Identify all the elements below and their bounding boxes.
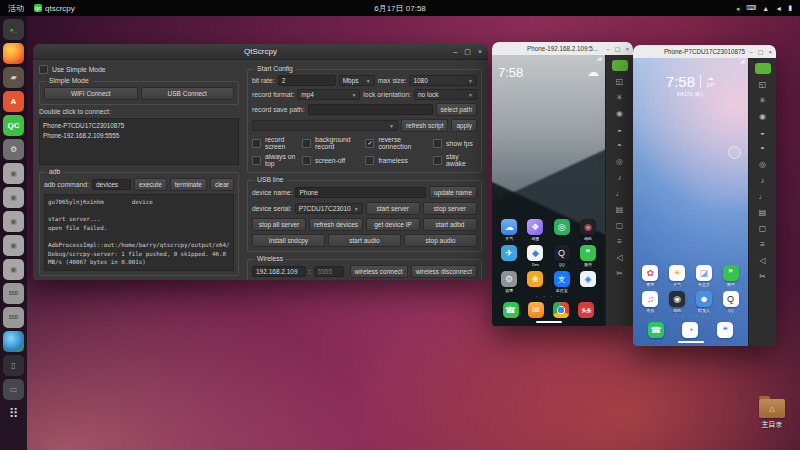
cb-background-record[interactable]: background record <box>302 136 361 150</box>
close-button[interactable]: × <box>768 49 772 55</box>
app-wechat2[interactable]: ❞ <box>723 265 739 281</box>
app-qq2[interactable]: Q <box>723 291 739 307</box>
wireless-connect-button[interactable]: wireless connect <box>350 265 408 278</box>
wireless-port-input[interactable] <box>314 266 344 277</box>
minimize-button[interactable]: – <box>453 48 457 55</box>
app-gallery[interactable]: ❖ <box>527 219 543 235</box>
back-icon[interactable]: ◁ <box>612 252 628 263</box>
window-titlebar[interactable]: QtScrcpy – ▢ × <box>33 44 488 60</box>
select-path-button[interactable]: select path <box>436 103 477 116</box>
notification-icon[interactable]: ✳ <box>755 95 771 106</box>
app-settings[interactable]: ⚙ <box>501 271 517 287</box>
fullscreen-icon[interactable]: ◱ <box>755 79 771 90</box>
start-server-button[interactable]: start server <box>366 202 420 215</box>
phone1-titlebar[interactable]: Phone-192.168.2.109:5... – ▢ × <box>492 42 633 55</box>
volume-up-icon[interactable]: ♪ <box>755 175 771 186</box>
dock-drive-5[interactable]: ◉ <box>3 259 24 280</box>
device-list[interactable]: Phone-P7CDU17C23010875Phone-192.168.2.10… <box>39 118 239 165</box>
app-telegram[interactable]: ✈ <box>501 245 517 261</box>
phone1-clock-widget[interactable]: 7:58 ····· ☁ <box>492 64 605 88</box>
back-icon[interactable]: ◁ <box>755 255 771 266</box>
update-name-button[interactable]: update name <box>429 186 477 199</box>
minimize-button[interactable]: – <box>749 49 752 55</box>
touch-icon[interactable]: ◉ <box>612 108 628 119</box>
expand-button[interactable] <box>755 63 771 74</box>
dock-qtscrcpy[interactable]: QC • <box>3 115 24 136</box>
maximize-button[interactable]: ▢ <box>464 48 471 56</box>
clear-button[interactable]: clear <box>210 178 234 191</box>
app-chrome[interactable] <box>553 302 569 318</box>
screen-off-icon[interactable]: ◒ <box>755 127 771 138</box>
app-notes[interactable]: ◪ <box>696 265 712 281</box>
app-qq[interactable]: Q <box>554 245 570 261</box>
get-device-ip-button[interactable]: get device IP <box>366 218 420 231</box>
dock-ssd-1[interactable]: SSD <box>3 283 24 304</box>
screen-on-icon[interactable]: ◓ <box>612 140 628 151</box>
app-weather2[interactable]: ☀ <box>669 265 685 281</box>
app-green[interactable]: ◎ <box>554 219 570 235</box>
network-icon[interactable]: ▲ <box>762 5 769 12</box>
cb-always-on-top[interactable]: always on top <box>252 153 298 167</box>
device-item[interactable]: Phone-192.168.2.109:5555 <box>43 132 235 139</box>
app-dev[interactable]: ◆ <box>527 245 543 261</box>
menu-icon[interactable]: ≡ <box>612 236 628 247</box>
floating-ball[interactable] <box>728 146 741 159</box>
minimize-button[interactable]: – <box>606 46 609 52</box>
dock-drive-3[interactable]: ◉ <box>3 211 24 232</box>
adb-console-output[interactable]: gu7065ylnj6xinhm device start server... … <box>44 194 234 272</box>
wireless-disconnect-button[interactable]: wireless disconnect <box>411 265 477 278</box>
device-item[interactable]: Phone-P7CDU17C23010875 <box>43 122 235 129</box>
power-icon[interactable]: ◎ <box>755 159 771 170</box>
app-orange[interactable]: ❀ <box>527 271 543 287</box>
stop-audio-button[interactable]: stop audio <box>404 234 477 247</box>
volume-down-icon[interactable]: ♩ <box>755 191 771 202</box>
phone2-screen[interactable]: ····· ◢▮ 7:58 ☁ 24° 6月17日 周六 ✿ 图库 <box>633 58 748 346</box>
maximize-button[interactable]: ▢ <box>758 48 764 55</box>
phone1-screen[interactable]: ····· ◢▮ 7:58 ····· ☁ ☁ 天气 <box>492 55 605 326</box>
app-music[interactable]: ♫ <box>642 291 658 307</box>
expand-button[interactable] <box>612 60 628 71</box>
app-toutiao[interactable]: 头条 <box>578 302 594 318</box>
app-switch-icon[interactable]: ▤ <box>612 204 628 215</box>
home-icon[interactable]: ▢ <box>755 223 771 234</box>
app-gallery2[interactable]: ✿ <box>642 265 658 281</box>
start-adbd-button[interactable]: start adbd <box>423 218 477 231</box>
cb-reverse-connection[interactable]: ✓ reverse connection <box>365 136 429 150</box>
app-phone[interactable]: ☎ <box>503 302 519 318</box>
record-format-select[interactable]: mp4▼ <box>297 89 360 100</box>
clock[interactable]: 6月17日 07:58 <box>0 3 800 14</box>
app-messages2[interactable]: ❝ <box>717 322 733 338</box>
volume-icon[interactable]: ◄ <box>775 5 782 12</box>
cb-stay-awake[interactable]: stay awake <box>433 153 477 167</box>
screenshot-icon[interactable]: ✂ <box>612 268 628 279</box>
app-camera2[interactable]: ◉ <box>669 291 685 307</box>
close-button[interactable]: × <box>625 46 629 52</box>
notification-icon[interactable]: ✳ <box>612 92 628 103</box>
wireless-ip-input[interactable] <box>252 266 306 277</box>
app-camera[interactable]: ◉ <box>580 219 596 235</box>
start-audio-button[interactable]: start audio <box>328 234 401 247</box>
checkbox-box[interactable] <box>39 65 48 74</box>
dock-drive-2[interactable]: ◉ <box>3 187 24 208</box>
touch-icon[interactable]: ◉ <box>755 111 771 122</box>
device-serial-select[interactable]: P7CDU17C23010▼ <box>295 203 363 214</box>
app-blue[interactable]: ◈ <box>580 271 596 287</box>
app-wechat[interactable]: ❞ <box>580 245 596 261</box>
dock-phone-mirror[interactable]: ▯ <box>3 355 24 376</box>
volume-down-icon[interactable]: ♩ <box>612 188 628 199</box>
dock-ubuntu-software[interactable]: A <box>3 91 24 112</box>
screen-on-icon[interactable]: ◓ <box>755 143 771 154</box>
record-save-path-input[interactable] <box>308 104 433 115</box>
screenshot-icon[interactable]: ✂ <box>755 271 771 282</box>
dock-terminal[interactable]: >_ • <box>3 19 24 40</box>
app-alipay[interactable]: 支 <box>554 271 570 287</box>
script-select[interactable]: ▼ <box>252 120 398 131</box>
app-weather[interactable]: ☁ <box>501 219 517 235</box>
adb-command-input[interactable] <box>92 179 131 190</box>
dock-firefox[interactable]: • <box>3 43 24 64</box>
home-icon[interactable]: ▢ <box>612 220 628 231</box>
home-folder-desktop-icon[interactable]: ⌂ 主目录 <box>751 399 793 430</box>
phone2-clock-widget[interactable]: 7:58 ☁ 24° <box>633 67 748 89</box>
dock-settings[interactable]: ⚙ <box>3 139 24 160</box>
recording-indicator-icon[interactable]: ● <box>736 5 740 12</box>
